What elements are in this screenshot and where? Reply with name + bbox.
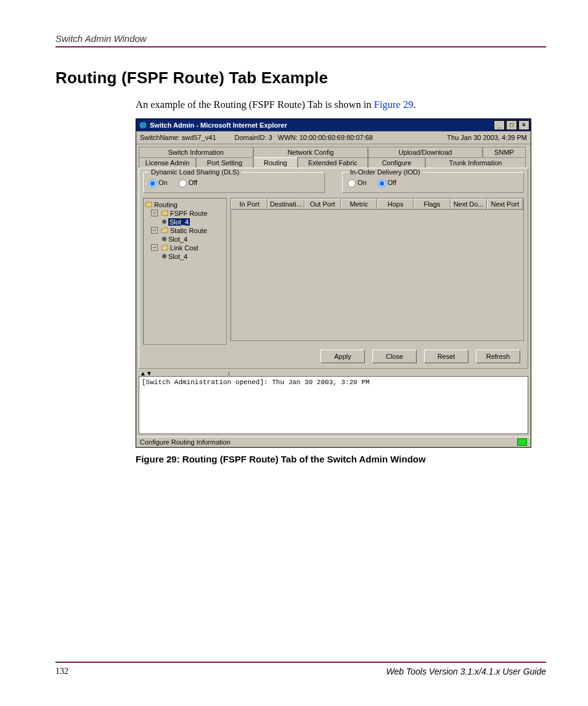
figure-caption: Figure 29: Routing (FSPF Route) Tab of t… [136, 454, 546, 464]
close-button[interactable]: Close [372, 350, 417, 363]
tree-node-fspf-route[interactable]: − FSPF Route [145, 209, 225, 218]
intro-text-post: . [413, 99, 415, 110]
col-hops[interactable]: Hops [377, 199, 414, 210]
tab-license-admin[interactable]: License Admin [139, 157, 196, 168]
routing-grid[interactable]: In Port Destinati... Out Port Metric Hop… [231, 198, 524, 341]
dls-on-label: On [158, 179, 168, 186]
status-text: Configure Routing Information [140, 438, 231, 446]
page-footer: 132 Web Tools Version 3.1.x/4.1.x User G… [55, 662, 546, 676]
switch-name-label: SwitchName: [140, 134, 180, 141]
tab-extended-fabric[interactable]: Extended Fabric [298, 157, 368, 168]
splitter[interactable]: ▲▼ ↕ [136, 371, 531, 376]
tab-configure[interactable]: Configure [368, 157, 425, 168]
tree-root-label: Routing [154, 201, 178, 208]
col-metric[interactable]: Metric [341, 199, 377, 210]
tree-node-label: Static Route [170, 227, 207, 234]
folder-icon [145, 202, 152, 208]
wwn-label: WWN: [278, 134, 298, 141]
ie-icon [139, 121, 147, 129]
iod-on-radio[interactable]: On [348, 179, 367, 187]
col-flags[interactable]: Flags [414, 199, 450, 210]
tree-leaf-slot4-fspf[interactable]: Slot_4 [145, 218, 225, 226]
minimize-button[interactable]: _ [494, 120, 505, 130]
routing-tree[interactable]: Routing − FSPF Route Slot_4 − Stati [143, 198, 227, 345]
iod-off-label: Off [388, 179, 396, 186]
tree-leaf-label: Slot_4 [168, 218, 190, 226]
intro-text-pre: An example of the Routing (FSPF Route) T… [136, 99, 374, 110]
tree-node-label: Link Cost [170, 244, 198, 252]
domain-id: DomainID: 3 WWN: 10:00:00:60:69:80:07:68 [235, 134, 373, 141]
col-in-port[interactable]: In Port [231, 199, 267, 210]
col-out-port[interactable]: Out Port [304, 199, 341, 210]
tree-node-label: FSPF Route [170, 210, 208, 217]
folder-icon [161, 245, 168, 251]
wwn-value: 10:00:00:60:69:80:07:68 [300, 134, 373, 141]
leaf-icon [162, 254, 166, 258]
maximize-button[interactable]: □ [506, 120, 517, 130]
collapse-icon[interactable]: − [151, 227, 158, 234]
info-bar: SwitchName: swd57_v41 DomainID: 3 WWN: 1… [136, 131, 531, 144]
folder-icon [161, 210, 168, 216]
dls-off-radio[interactable]: Off [179, 179, 197, 187]
tree-leaf-label: Slot_4 [168, 253, 187, 260]
tree-leaf-slot4-static[interactable]: Slot_4 [145, 235, 225, 244]
domain-id-label: DomainID: [235, 134, 267, 141]
tab-routing[interactable]: Routing [253, 157, 298, 168]
tab-upload-download[interactable]: Upload/Download [368, 147, 483, 157]
iod-off-radio[interactable]: Off [378, 179, 396, 187]
button-row: Apply Close Reset Refresh [143, 345, 524, 364]
dls-off-label: Off [189, 179, 197, 186]
apply-button[interactable]: Apply [321, 350, 365, 363]
routing-panel: On Off On Off Routing [139, 168, 528, 369]
tab-switch-information[interactable]: Switch Information [139, 147, 253, 157]
log-area[interactable]: [Switch Administration opened]: Thu Jan … [139, 376, 528, 434]
status-bar: Configure Routing Information [136, 437, 531, 447]
domain-id-value: 3 [269, 134, 272, 141]
folder-icon [161, 228, 168, 234]
intro-paragraph: An example of the Routing (FSPF Route) T… [136, 99, 546, 111]
tree-leaf-label: Slot_4 [168, 236, 187, 243]
window-title: Switch Admin - Microsoft Internet Explor… [150, 121, 492, 129]
titlebar: Switch Admin - Microsoft Internet Explor… [136, 119, 531, 131]
splitter-arrows-icon: ▲▼ [140, 370, 152, 377]
screenshot-window: Switch Admin - Microsoft Internet Explor… [136, 118, 531, 448]
collapse-icon[interactable]: − [151, 244, 158, 251]
col-destination[interactable]: Destinati... [267, 199, 304, 210]
switch-name-value: swd57_v41 [182, 134, 216, 141]
collapse-icon[interactable]: − [151, 210, 158, 216]
header-rule [55, 46, 546, 47]
leaf-icon [162, 237, 166, 241]
switch-name: SwitchName: swd57_v41 [140, 134, 216, 141]
grid-header: In Port Destinati... Out Port Metric Hop… [231, 199, 523, 210]
tree-node-link-cost[interactable]: − Link Cost [145, 244, 225, 252]
tab-network-config[interactable]: Network Config [253, 147, 368, 157]
resize-handle-icon[interactable]: ↕ [227, 370, 231, 377]
dls-on-radio[interactable]: On [149, 179, 168, 187]
iod-on-label: On [357, 179, 367, 186]
tab-snmp[interactable]: SNMP [483, 147, 526, 157]
running-head: Switch Admin Window [55, 33, 546, 44]
refresh-button[interactable]: Refresh [476, 350, 520, 363]
tab-trunk-information[interactable]: Trunk Information [425, 157, 526, 168]
section-title: Routing (FSPF Route) Tab Example [55, 68, 546, 88]
tab-port-setting[interactable]: Port Setting [196, 157, 253, 168]
status-led-icon [517, 438, 527, 446]
col-next-port[interactable]: Next Port [487, 199, 523, 210]
close-window-button[interactable]: × [518, 120, 529, 130]
doc-title: Web Tools Version 3.1.x/4.1.x User Guide [386, 667, 546, 676]
iod-groupbox: On Off [342, 172, 524, 193]
page-number: 132 [55, 667, 68, 676]
tree-root[interactable]: Routing [145, 200, 225, 209]
tree-node-static-route[interactable]: − Static Route [145, 226, 225, 235]
tabs: Switch Information Network Config Upload… [136, 144, 531, 168]
datetime: Thu Jan 30 2003, 4:39 PM [447, 134, 527, 141]
figure-reference-link[interactable]: Figure 29 [374, 99, 414, 110]
reset-button[interactable]: Reset [424, 350, 468, 363]
col-next-domain[interactable]: Next Do... [451, 199, 487, 210]
leaf-icon [162, 220, 166, 224]
dls-groupbox: On Off [143, 172, 325, 193]
tree-leaf-slot4-linkcost[interactable]: Slot_4 [145, 252, 225, 261]
